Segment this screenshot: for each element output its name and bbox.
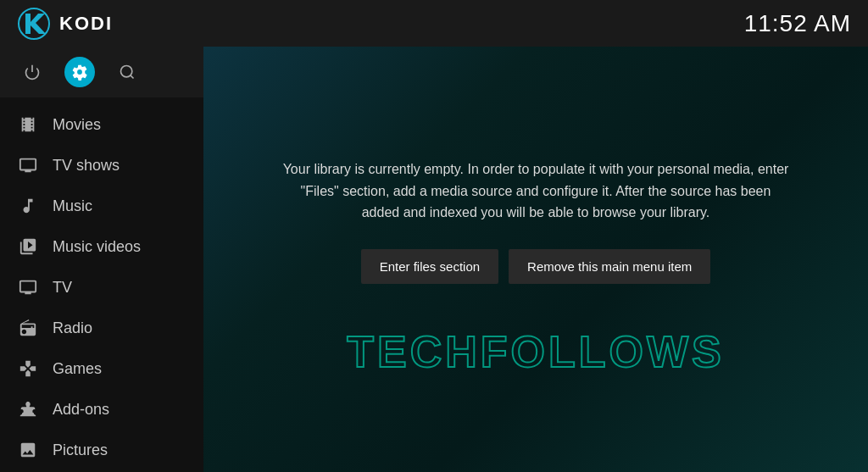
app-title: KODI: [59, 13, 113, 35]
music-videos-icon: [17, 236, 39, 258]
games-label: Games: [53, 360, 102, 378]
pictures-icon: [17, 439, 39, 461]
power-button[interactable]: [17, 57, 47, 87]
main-content-area: Your library is currently empty. In orde…: [203, 47, 868, 472]
music-icon: [17, 195, 39, 217]
tv-label: TV: [53, 279, 72, 297]
search-icon: [119, 64, 136, 81]
movies-icon: [17, 114, 39, 136]
action-buttons: Enter files section Remove this main men…: [281, 249, 790, 284]
sidebar-nav: Movies TV shows Music Musi: [0, 97, 203, 472]
settings-button[interactable]: [64, 57, 95, 87]
tv-shows-label: TV shows: [53, 157, 120, 175]
sidebar-item-music[interactable]: Music: [0, 186, 203, 226]
sidebar-item-pictures[interactable]: Pictures: [0, 430, 203, 470]
empty-library-message: Your library is currently empty. In orde…: [281, 158, 790, 224]
add-ons-icon: [17, 398, 39, 420]
sidebar-item-radio[interactable]: Radio: [0, 308, 203, 348]
top-bar: KODI 11:52 AM: [0, 0, 868, 47]
sidebar-item-add-ons[interactable]: Add-ons: [0, 389, 203, 430]
clock: 11:52 AM: [744, 10, 851, 37]
sidebar-item-tv-shows[interactable]: TV shows: [0, 145, 203, 186]
remove-menu-item-button[interactable]: Remove this main menu item: [509, 249, 710, 284]
watermark-text: TECHFOLLOWS: [347, 326, 725, 377]
main-layout: Movies TV shows Music Musi: [0, 47, 868, 472]
tv-shows-icon: [17, 154, 39, 176]
content-box: Your library is currently empty. In orde…: [231, 142, 841, 326]
search-button[interactable]: [112, 57, 142, 87]
app-branding: KODI: [17, 7, 113, 41]
music-videos-label: Music videos: [53, 238, 141, 256]
add-ons-label: Add-ons: [53, 401, 109, 419]
sidebar-item-movies[interactable]: Movies: [0, 104, 203, 145]
tv-icon: [17, 276, 39, 298]
radio-icon: [17, 317, 39, 339]
enter-files-section-button[interactable]: Enter files section: [361, 249, 498, 284]
svg-line-4: [131, 75, 134, 79]
games-icon: [17, 358, 39, 380]
sidebar: Movies TV shows Music Musi: [0, 47, 203, 472]
svg-marker-1: [25, 14, 46, 34]
music-label: Music: [53, 197, 92, 215]
svg-point-3: [121, 66, 132, 77]
sidebar-icon-row: [0, 47, 203, 97]
sidebar-item-tv[interactable]: TV: [0, 267, 203, 308]
movies-label: Movies: [53, 116, 101, 134]
pictures-label: Pictures: [53, 441, 108, 459]
settings-icon: [71, 64, 88, 81]
sidebar-item-music-videos[interactable]: Music videos: [0, 226, 203, 267]
power-icon: [24, 64, 41, 81]
kodi-logo-icon: [17, 7, 51, 41]
radio-label: Radio: [53, 319, 92, 337]
sidebar-item-games[interactable]: Games: [0, 348, 203, 389]
